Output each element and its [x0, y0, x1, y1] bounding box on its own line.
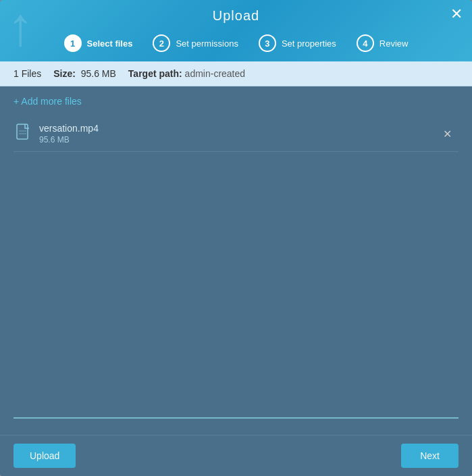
step-3[interactable]: 3 Set properties — [259, 34, 336, 52]
step-2-label: Set permissions — [176, 38, 238, 49]
progress-bar-area — [14, 417, 458, 425]
target-label: Target path: — [128, 68, 182, 79]
file-info: versation.mp4 95.6 MB — [39, 123, 431, 144]
size-value: 95.6 MB — [81, 68, 116, 79]
size-section: Size: 95.6 MB — [53, 68, 116, 79]
step-2[interactable]: 2 Set permissions — [153, 34, 238, 52]
upload-modal: ↑ Upload ✕ 1 Select files 2 Set permissi… — [0, 0, 472, 476]
step-3-circle: 3 — [259, 34, 276, 52]
title-row: Upload ✕ — [11, 8, 461, 30]
steps-row: 1 Select files 2 Set permissions 3 Set p… — [11, 30, 461, 61]
modal-header: ↑ Upload ✕ 1 Select files 2 Set permissi… — [0, 0, 472, 61]
step-1-circle: 1 — [64, 34, 82, 52]
step-4[interactable]: 4 Review — [357, 34, 409, 52]
step-4-label: Review — [379, 38, 409, 49]
file-size: 95.6 MB — [39, 135, 431, 144]
remove-file-button[interactable]: ✕ — [439, 126, 456, 142]
modal-title: Upload — [213, 8, 259, 24]
target-value: admin-created — [185, 68, 246, 79]
step-1[interactable]: 1 Select files — [64, 34, 133, 52]
files-count: 1 Files — [14, 68, 41, 79]
svg-rect-0 — [17, 124, 28, 139]
target-section: Target path: admin-created — [128, 68, 245, 79]
info-bar: 1 Files Size: 95.6 MB Target path: admin… — [0, 61, 472, 86]
next-button[interactable]: Next — [401, 444, 458, 468]
file-name: versation.mp4 — [39, 123, 431, 134]
file-list: versation.mp4 95.6 MB ✕ — [14, 116, 458, 152]
file-icon — [16, 124, 31, 144]
step-4-circle: 4 — [357, 34, 374, 52]
step-2-circle: 2 — [153, 34, 170, 52]
close-button[interactable]: ✕ — [450, 7, 463, 22]
upload-button[interactable]: Upload — [14, 444, 76, 468]
modal-body: + Add more files versation.mp4 95.6 MB ✕ — [0, 86, 472, 435]
add-more-files-button[interactable]: + Add more files — [14, 96, 458, 107]
step-1-label: Select files — [87, 38, 133, 49]
modal-footer: Upload Next — [0, 435, 472, 476]
step-3-label: Set properties — [282, 38, 336, 49]
size-label: Size: — [53, 68, 76, 79]
file-item: versation.mp4 95.6 MB ✕ — [14, 116, 458, 152]
